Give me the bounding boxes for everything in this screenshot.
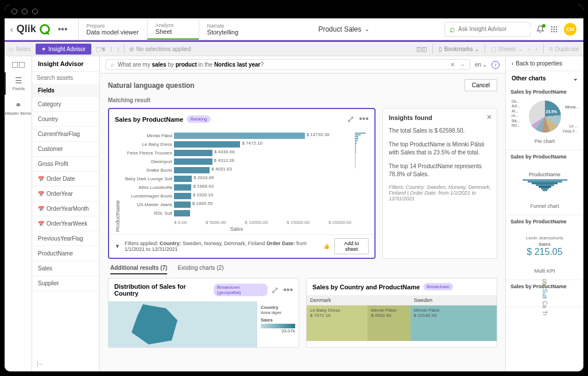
nav-tab-analyze[interactable]: Analyze Sheet [147,18,199,40]
step-fwd-icon[interactable]: ⟩ [117,46,119,52]
calendar-icon: 📅 [38,206,44,212]
minimap[interactable] [355,131,370,232]
rp-card-kpi[interactable]: Sales by ProductName Lenin Jeansshorts S… [506,215,583,280]
main-area: ⌕ What are my sales by product in the No… [100,56,505,371]
expand-icon[interactable]: ⤢ [271,285,278,296]
more-icon[interactable]: ••• [283,285,293,296]
bar-chart: Minnki Pälsii$ 14733.30Le Baby Dress$ 74… [122,131,351,232]
top-bar: ‹ Qlik ••• Prepare Data model viewer Ana… [5,18,583,40]
nl-query-input[interactable]: ⌕ What are my sales by product in the No… [106,59,470,70]
field-item[interactable]: 📅Order Date [32,172,99,187]
add-to-sheet-button[interactable]: Add to sheet [334,238,369,254]
back-icon[interactable]: ‹ [10,25,13,34]
link-icon: ⚭ [15,100,22,110]
lang-selector[interactable]: en ⌄ [475,61,487,68]
back-to-properties[interactable]: ‹ Back to properties [506,56,583,71]
bell-icon[interactable] [536,25,544,33]
nav-tab-prepare[interactable]: Prepare Data model viewer [78,18,147,40]
field-item[interactable]: 📅OrderYear [32,187,99,201]
chart-badge: Ranking [187,115,210,123]
grid-icon[interactable] [550,25,558,33]
step-back-icon[interactable]: ⟨ [110,46,113,52]
field-item[interactable]: Supplier [32,276,99,291]
dist-title: Distribution of Sales for Country [114,283,210,297]
field-item[interactable]: Category [32,97,99,112]
rp-card-pie[interactable]: Sales by ProductName De...Adi...At...Hi.… [506,86,583,150]
tree-title: Sales by Country and ProductName [312,284,420,290]
nlq-title: Natural language question [108,82,195,90]
search-icon: ⌕ [450,24,455,34]
insights-title: Insights found [389,114,491,121]
bookmarks-button[interactable]: ▯ Bookmarks ⌄ [439,46,479,52]
chevron-down-icon: ⌄ [365,26,369,32]
layout-icon[interactable] [19,62,25,68]
insight-item: The top ProductName is Minnki Pälsii wit… [389,141,491,157]
avatar[interactable]: CM [564,23,577,36]
lasso-icon[interactable]: ⬚↯ [96,46,106,52]
field-item[interactable]: Gross Profit [32,157,99,172]
traffic-light-icon [11,9,17,14]
filter-icon: ▼ [115,243,120,249]
panel-header: Insight Advisor [32,56,99,72]
insight-item: The top 14 ProductName represents 78.8% … [389,162,491,179]
app-title[interactable]: Product Sales ⌄ [250,18,438,40]
tab-existing[interactable]: Existing charts (2) [177,265,223,274]
field-item[interactable]: ProductName [32,246,99,261]
field-item[interactable]: PreviousYearFlag [32,231,99,246]
more-button[interactable]: ••• [53,24,72,34]
clear-icon[interactable]: ✕ [450,61,455,68]
traffic-light-icon [32,9,38,14]
svg-point-2 [556,26,557,27]
matching-label: Matching result [100,97,505,108]
other-charts-section[interactable]: Other charts⌄ [506,71,583,86]
rp-card-funnel[interactable]: Sales by ProductName ProductName Funnel … [506,150,583,215]
logo-text: Qlik [17,23,36,35]
layout-icon[interactable] [12,62,18,68]
close-icon[interactable]: ✕ [486,113,492,121]
properties-panel: ‹ Back to properties Other charts⌄ Sales… [505,56,583,371]
expand-icon[interactable]: ⤢ [347,114,354,125]
more-icon[interactable]: ••• [359,114,369,125]
calendar-icon: 📅 [38,176,44,182]
search-insight-input[interactable]: ⌕ [444,22,531,37]
selection-toolbar: ▷ Notes ✦ Insight Advisor ⬚↯ ⟨ ⟩ ⊘ No se… [5,40,583,56]
field-item[interactable]: CurrentYearFlag [32,127,99,142]
insights-card: ✕ Insights found The total Sales is $ 62… [382,108,497,259]
field-item[interactable]: Sales [32,261,99,276]
submit-icon[interactable]: → [459,61,465,68]
rail-master-items[interactable]: ⚭ Master items [5,97,32,119]
svg-point-3 [551,28,552,29]
window-titlebar [5,5,583,18]
nav-tab-narrate[interactable]: Narrate Storytelling [199,18,250,40]
next-sheet-icon[interactable]: › [536,46,537,52]
prev-sheet-icon[interactable]: ‹ [528,46,530,52]
logo-icon [40,24,50,34]
treemap-chart[interactable]: Denmark Le Baby Dress$ 7472.10 Minnki Pä… [307,295,497,341]
field-item[interactable]: 📅OrderYearMonth [32,201,99,216]
database-icon: ☰ [15,76,22,85]
duplicate-button[interactable]: ⎘ Duplicate [550,46,579,52]
thumbs-up-icon[interactable]: 👍 [323,243,330,249]
insight-advisor-button[interactable]: ✦ Insight Advisor [36,44,91,55]
y-axis-label: ProductName [114,131,122,232]
kpi-icon: Lenin Jeansshorts Sales $ 215.05 [526,235,563,257]
selections-tool-icon[interactable]: ◫◫ [416,46,427,52]
field-item[interactable]: Customer [32,142,99,157]
field-item[interactable]: 📅OrderYearWeek [32,216,99,231]
tab-additional[interactable]: Additional results (7) [110,265,167,274]
asset-search-input[interactable] [37,75,95,81]
info-icon[interactable]: i [492,61,500,69]
tree-badge: Breakdown [423,283,453,290]
traffic-light-icon [22,9,28,14]
sheets-button[interactable]: ▢ Sheets ⌄ [491,46,522,52]
rp-card-other[interactable]: Sales by ProductName otsSuitCaTr [506,280,583,307]
field-item[interactable]: Country [32,112,99,127]
matching-chart-card: Sales by ProductName Ranking ⤢ ••• Produ… [108,108,376,259]
left-rail: ☰ Fields ⚭ Master items [5,56,32,371]
rail-fields[interactable]: ☰ Fields [5,72,32,95]
cancel-button[interactable]: Cancel [465,79,497,91]
search-icon: ⌕ [111,61,114,68]
notes-button[interactable]: ▷ Notes [9,46,31,52]
collapse-panel-icon[interactable]: |← [32,356,99,371]
map-chart[interactable]: Country Area layer Sales 33.07k [109,301,299,347]
